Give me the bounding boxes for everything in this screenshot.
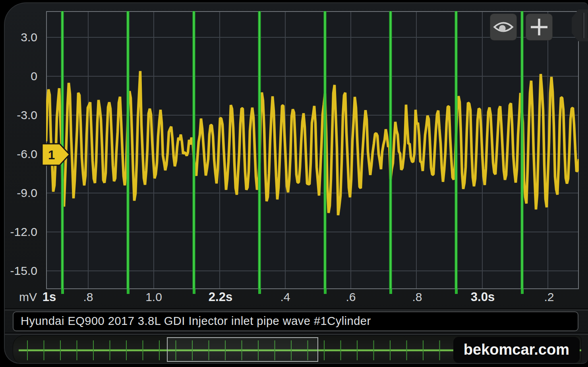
y-tick-label: 3.0 xyxy=(5,31,37,43)
x-tick-label: .8 xyxy=(412,288,422,306)
channel-marker-arrow-icon: 1 xyxy=(41,143,71,166)
y-tick-label: -3.0 xyxy=(5,109,37,121)
x-tick-label: .6 xyxy=(346,288,356,306)
divider xyxy=(5,308,588,309)
y-tick-label: -12.0 xyxy=(5,226,37,238)
add-button[interactable] xyxy=(526,14,552,40)
y-tick-label: -6.0 xyxy=(5,148,37,160)
plus-icon xyxy=(528,16,550,38)
x-tick-label: 1.0 xyxy=(145,288,162,306)
divider xyxy=(5,332,588,334)
trigger-tick xyxy=(389,289,392,294)
trigger-tick xyxy=(455,289,458,294)
x-tick-label: .2 xyxy=(544,288,554,306)
trigger-tick xyxy=(193,289,195,294)
oscilloscope-app: 3.00-3.0-6.0-9.0-12.0-15.0 1s.81.02.2s.4… xyxy=(4,2,588,364)
channel-1-marker[interactable]: 1 xyxy=(41,143,71,166)
trigger-tick xyxy=(324,289,327,294)
visibility-eye-button[interactable] xyxy=(490,14,516,40)
trigger-tick xyxy=(521,289,524,294)
handle-ridge xyxy=(582,13,585,38)
timeline-overview-strip[interactable]: bekomcar.com xyxy=(13,335,582,364)
x-tick-label: 2.2s xyxy=(209,288,232,306)
waveform-title-text: Hyundai EQ900 2017 3.8L GDI Injector inl… xyxy=(14,312,578,330)
trigger-tick xyxy=(61,289,64,294)
x-tick-label: .4 xyxy=(280,288,290,306)
y-axis-unit-label: mV xyxy=(19,288,37,306)
overview-selection-window[interactable] xyxy=(167,337,318,362)
x-tick-label: 1s xyxy=(43,288,56,306)
x-axis-labels: 1s.81.02.2s.4.6.83.0s.2 xyxy=(5,288,588,307)
waveform-plot[interactable] xyxy=(46,11,579,289)
channel-marker-label: 1 xyxy=(48,148,55,162)
y-tick-label: 0 xyxy=(5,70,37,82)
y-tick-label: -15.0 xyxy=(5,265,37,277)
eye-icon xyxy=(492,16,514,38)
watermark-label: bekomcar.com xyxy=(453,337,580,363)
trigger-tick xyxy=(258,289,261,294)
y-tick-label: -9.0 xyxy=(5,187,37,199)
trigger-tick xyxy=(127,289,130,294)
x-tick-label: 3.0s xyxy=(471,288,495,306)
waveform-title-bar[interactable]: Hyundai EQ900 2017 3.8L GDI Injector inl… xyxy=(13,311,578,331)
x-tick-label: .8 xyxy=(83,288,93,306)
y-axis-labels: 3.00-3.0-6.0-9.0-12.0-15.0 xyxy=(5,3,41,289)
